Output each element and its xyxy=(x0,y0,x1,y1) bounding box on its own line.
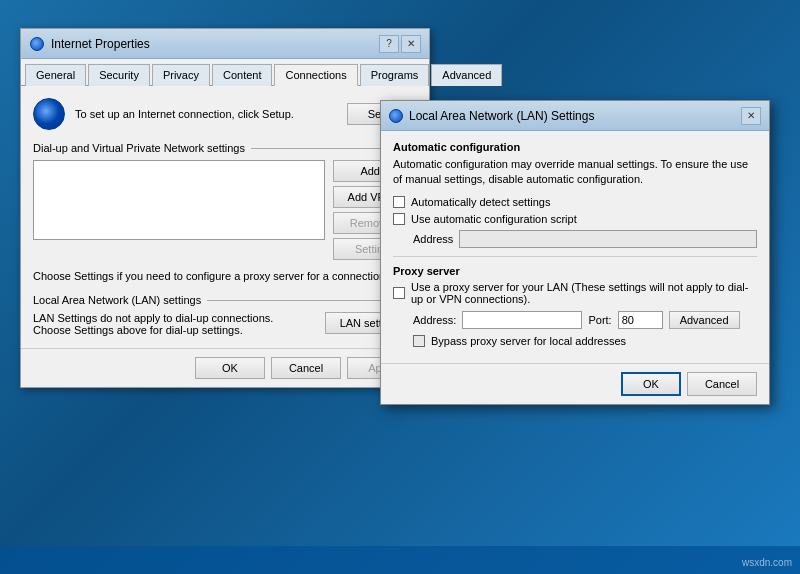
globe-icon xyxy=(30,37,44,51)
tab-privacy[interactable]: Privacy xyxy=(152,64,210,86)
lan-close-button[interactable]: ✕ xyxy=(741,107,761,125)
lan-dialog-buttons: OK Cancel xyxy=(381,363,769,404)
dialup-section-label: Dial-up and Virtual Private Network sett… xyxy=(33,142,245,154)
internet-properties-titlebar: Internet Properties ? ✕ xyxy=(21,29,429,59)
choose-settings-text: Choose Settings if you need to configure… xyxy=(33,270,417,282)
titlebar-controls: ? ✕ xyxy=(379,35,421,53)
tab-connections[interactable]: Connections xyxy=(274,64,357,86)
dialup-listbox[interactable] xyxy=(33,160,325,240)
tab-bar: General Security Privacy Content Connect… xyxy=(21,59,429,86)
lan-desc-line2: Choose Settings above for dial-up settin… xyxy=(33,324,243,336)
detect-settings-row: Automatically detect settings xyxy=(393,196,757,208)
bypass-checkbox[interactable] xyxy=(413,335,425,347)
cancel-button[interactable]: Cancel xyxy=(271,357,341,379)
use-proxy-checkbox[interactable] xyxy=(393,287,405,299)
lan-section-header: Local Area Network (LAN) settings xyxy=(33,294,417,306)
lan-desc-line1: LAN Settings do not apply to dial-up con… xyxy=(33,312,273,324)
auto-script-checkbox[interactable] xyxy=(393,213,405,225)
bypass-label: Bypass proxy server for local addresses xyxy=(431,335,626,347)
lan-section-label: Local Area Network (LAN) settings xyxy=(33,294,201,306)
divider xyxy=(393,256,757,257)
dialog-icon xyxy=(29,36,45,52)
lan-settings-dialog: Local Area Network (LAN) Settings ✕ Auto… xyxy=(380,100,770,405)
help-button[interactable]: ? xyxy=(379,35,399,53)
internet-properties-buttons: OK Cancel Apply xyxy=(21,348,429,387)
lan-dialog-icon xyxy=(389,109,403,123)
auto-config-desc: Automatic configuration may override man… xyxy=(393,157,757,188)
titlebar-left: Internet Properties xyxy=(29,36,150,52)
tab-advanced[interactable]: Advanced xyxy=(431,64,502,86)
tab-programs[interactable]: Programs xyxy=(360,64,430,86)
lan-section: Local Area Network (LAN) settings LAN Se… xyxy=(33,294,417,336)
use-proxy-label: Use a proxy server for your LAN (These s… xyxy=(411,281,757,305)
detect-settings-label: Automatically detect settings xyxy=(411,196,550,208)
auto-script-label: Use automatic configuration script xyxy=(411,213,577,225)
setup-row: To set up an Internet connection, click … xyxy=(33,98,417,130)
lan-dialog-title: Local Area Network (LAN) Settings xyxy=(409,109,594,123)
address-label: Address xyxy=(413,233,453,245)
lan-dialog-content: Automatic configuration Automatic config… xyxy=(381,131,769,357)
dialup-section-header: Dial-up and Virtual Private Network sett… xyxy=(33,142,417,154)
setup-text: To set up an Internet connection, click … xyxy=(75,108,337,120)
auto-config-title: Automatic configuration xyxy=(393,141,757,153)
watermark: wsxdn.com xyxy=(742,557,792,568)
lan-ok-button[interactable]: OK xyxy=(621,372,681,396)
lan-settings-titlebar: Local Area Network (LAN) Settings ✕ xyxy=(381,101,769,131)
tab-content[interactable]: Content xyxy=(212,64,273,86)
tab-security[interactable]: Security xyxy=(88,64,150,86)
tab-general[interactable]: General xyxy=(25,64,86,86)
lan-row: LAN Settings do not apply to dial-up con… xyxy=(33,312,417,336)
internet-properties-dialog: Internet Properties ? ✕ General Security… xyxy=(20,28,430,388)
advanced-button[interactable]: Advanced xyxy=(669,311,740,329)
detect-settings-checkbox[interactable] xyxy=(393,196,405,208)
proxy-addr-input[interactable] xyxy=(462,311,582,329)
bypass-row: Bypass proxy server for local addresses xyxy=(413,335,757,347)
auto-script-row: Use automatic configuration script xyxy=(393,213,757,225)
lan-titlebar-left: Local Area Network (LAN) Settings xyxy=(389,109,594,123)
dialog-title: Internet Properties xyxy=(51,37,150,51)
connections-tab-content: To set up an Internet connection, click … xyxy=(21,86,429,348)
proxy-port-input[interactable] xyxy=(618,311,663,329)
addr-port-row: Address: Port: Advanced xyxy=(413,311,757,329)
lan-cancel-button[interactable]: Cancel xyxy=(687,372,757,396)
proxy-server-title: Proxy server xyxy=(393,265,757,277)
use-proxy-row: Use a proxy server for your LAN (These s… xyxy=(393,281,757,305)
lan-description: LAN Settings do not apply to dial-up con… xyxy=(33,312,315,336)
taskbar: wsxdn.com xyxy=(0,546,800,574)
ok-button[interactable]: OK xyxy=(195,357,265,379)
close-button[interactable]: ✕ xyxy=(401,35,421,53)
address-input[interactable] xyxy=(459,230,757,248)
proxy-addr-label: Address: xyxy=(413,314,456,326)
globe-setup-icon xyxy=(33,98,65,130)
dialup-row: Add... Add VPN... Remove... Settings xyxy=(33,160,417,260)
proxy-port-label: Port: xyxy=(588,314,611,326)
address-row: Address xyxy=(413,230,757,248)
